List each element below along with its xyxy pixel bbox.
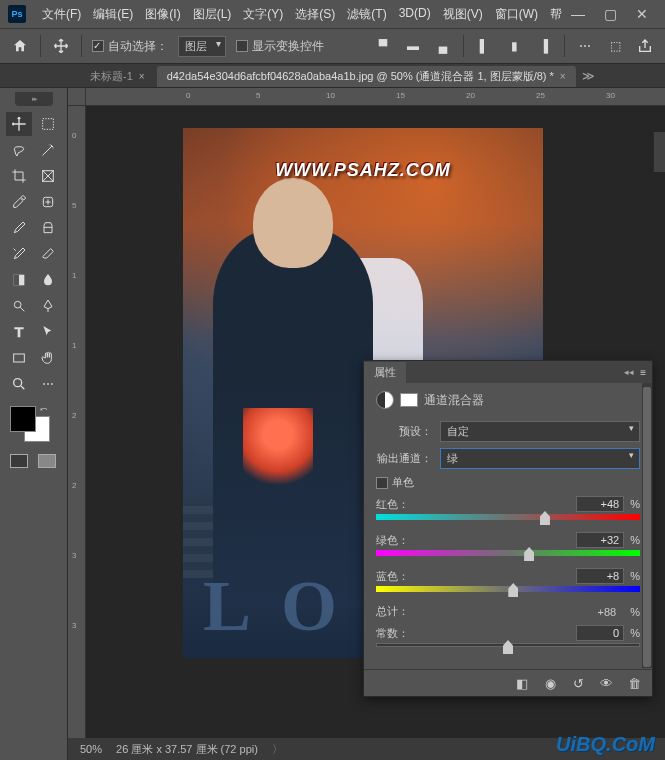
panel-menu-dropdown-icon[interactable]: ≡ bbox=[640, 367, 646, 378]
menu-edit[interactable]: 编辑(E) bbox=[87, 4, 139, 25]
marquee-tool-icon[interactable] bbox=[35, 112, 61, 136]
align-right-icon[interactable]: ▐ bbox=[534, 36, 554, 56]
auto-select-label: 自动选择： bbox=[108, 39, 168, 53]
zoom-tool-icon[interactable] bbox=[6, 372, 32, 396]
rectangle-tool-icon[interactable] bbox=[6, 346, 32, 370]
reset-icon[interactable]: ↺ bbox=[570, 676, 586, 690]
dodge-tool-icon[interactable] bbox=[6, 294, 32, 318]
right-panel-collapse-icon[interactable] bbox=[653, 132, 665, 172]
slider-red-input[interactable]: +48 bbox=[576, 496, 624, 512]
tabs-overflow-icon[interactable]: ≫ bbox=[582, 69, 595, 83]
menu-layer[interactable]: 图层(L) bbox=[187, 4, 238, 25]
magic-wand-tool-icon[interactable] bbox=[35, 138, 61, 162]
tab-active-document[interactable]: d42da54e304d6afcbf04628a0aba4a1b.jpg @ 5… bbox=[157, 66, 576, 87]
move-tool-icon[interactable] bbox=[6, 112, 32, 136]
auto-select-checkbox[interactable]: 自动选择： bbox=[92, 38, 168, 55]
ruler-origin[interactable] bbox=[68, 88, 86, 106]
panel-header[interactable]: 属性 ◂◂ ≡ bbox=[364, 361, 652, 383]
slider-green-track[interactable] bbox=[376, 550, 640, 560]
menu-help[interactable]: 帮 bbox=[544, 4, 568, 25]
slider-green-input[interactable]: +32 bbox=[576, 532, 624, 548]
screenmode-icon[interactable] bbox=[38, 454, 56, 468]
menu-view[interactable]: 视图(V) bbox=[437, 4, 489, 25]
view-previous-icon[interactable]: ◉ bbox=[542, 676, 558, 690]
options-bar: 自动选择： 图层 显示变换控件 ▀ ▬ ▄ ▌ ▮ ▐ ⋯ ⬚ bbox=[0, 28, 665, 64]
zoom-level[interactable]: 50% bbox=[80, 743, 102, 755]
swap-colors-icon[interactable]: ⤺ bbox=[40, 404, 48, 414]
pct-label: % bbox=[630, 606, 640, 618]
slider-green: 绿色： +32 % bbox=[376, 532, 640, 560]
3d-mode-icon[interactable]: ⬚ bbox=[605, 36, 625, 56]
tool-panel-collapse-icon[interactable] bbox=[15, 92, 53, 106]
constant-input[interactable]: 0 bbox=[576, 625, 624, 641]
auto-select-target-dropdown[interactable]: 图层 bbox=[178, 36, 226, 57]
minimize-icon[interactable]: — bbox=[571, 7, 585, 21]
tab-untitled[interactable]: 未标题-1 × bbox=[80, 66, 155, 87]
color-swatches[interactable]: ⤺ bbox=[10, 406, 50, 442]
history-brush-tool-icon[interactable] bbox=[6, 242, 32, 266]
brush-tool-icon[interactable] bbox=[6, 216, 32, 240]
align-vcenter-icon[interactable]: ▬ bbox=[403, 36, 423, 56]
crop-tool-icon[interactable] bbox=[6, 164, 32, 188]
align-hcenter-icon[interactable]: ▮ bbox=[504, 36, 524, 56]
delete-icon[interactable]: 🗑 bbox=[626, 676, 642, 690]
image-watermark-text: WWW.PSAHZ.COM bbox=[183, 160, 543, 181]
type-tool-icon[interactable] bbox=[6, 320, 32, 344]
menu-window[interactable]: 窗口(W) bbox=[489, 4, 544, 25]
pen-tool-icon[interactable] bbox=[35, 294, 61, 318]
close-icon[interactable]: ✕ bbox=[635, 7, 649, 21]
preset-dropdown[interactable]: 自定 bbox=[440, 421, 640, 442]
align-top-icon[interactable]: ▀ bbox=[373, 36, 393, 56]
menu-file[interactable]: 文件(F) bbox=[36, 4, 87, 25]
eyedropper-tool-icon[interactable] bbox=[6, 190, 32, 214]
menu-type[interactable]: 文字(Y) bbox=[237, 4, 289, 25]
tab-close-icon[interactable]: × bbox=[139, 71, 145, 82]
output-channel-dropdown[interactable]: 绿 bbox=[440, 448, 640, 469]
maximize-icon[interactable]: ▢ bbox=[603, 7, 617, 21]
slider-constant-track[interactable] bbox=[376, 643, 640, 653]
lasso-tool-icon[interactable] bbox=[6, 138, 32, 162]
vertical-ruler[interactable]: 0 5 1 1 2 2 3 3 bbox=[68, 106, 86, 760]
document-dimensions[interactable]: 26 厘米 x 37.57 厘米 (72 ppi) bbox=[116, 742, 258, 757]
frame-tool-icon[interactable] bbox=[35, 164, 61, 188]
slider-constant: 常数： 0 % bbox=[376, 625, 640, 653]
menu-filter[interactable]: 滤镜(T) bbox=[341, 4, 392, 25]
tab-close-icon[interactable]: × bbox=[560, 71, 566, 82]
menu-3d[interactable]: 3D(D) bbox=[393, 4, 437, 25]
layer-mask-thumb-icon[interactable] bbox=[400, 393, 418, 407]
quickmask-icon[interactable] bbox=[10, 454, 28, 468]
total-value: +88 bbox=[598, 606, 617, 618]
eraser-tool-icon[interactable] bbox=[35, 242, 61, 266]
edit-toolbar-icon[interactable]: ⋯ bbox=[35, 372, 61, 396]
blur-tool-icon[interactable] bbox=[35, 268, 61, 292]
pct-label: % bbox=[630, 570, 640, 582]
more-options-icon[interactable]: ⋯ bbox=[575, 36, 595, 56]
path-select-tool-icon[interactable] bbox=[35, 320, 61, 344]
slider-blue-track[interactable] bbox=[376, 586, 640, 596]
monochrome-checkbox[interactable]: 单色 bbox=[376, 475, 414, 490]
foreground-color-swatch[interactable] bbox=[10, 406, 36, 432]
panel-menu-icon[interactable]: ◂◂ bbox=[624, 367, 634, 377]
healing-brush-tool-icon[interactable] bbox=[35, 190, 61, 214]
share-icon[interactable] bbox=[635, 36, 655, 56]
menu-image[interactable]: 图像(I) bbox=[139, 4, 186, 25]
slider-red-track[interactable] bbox=[376, 514, 640, 524]
horizontal-ruler[interactable]: 0 5 10 15 20 25 30 bbox=[86, 88, 665, 106]
home-icon[interactable] bbox=[10, 36, 30, 56]
gradient-tool-icon[interactable] bbox=[6, 268, 32, 292]
panel-scrollbar[interactable] bbox=[642, 383, 652, 668]
canvas-area[interactable]: 0 5 10 15 20 25 30 0 5 1 1 2 2 3 3 WWW.P… bbox=[68, 88, 665, 760]
show-transform-checkbox[interactable]: 显示变换控件 bbox=[236, 38, 324, 55]
align-left-icon[interactable]: ▌ bbox=[474, 36, 494, 56]
align-bottom-icon[interactable]: ▄ bbox=[433, 36, 453, 56]
move-tool-indicator-icon[interactable] bbox=[51, 36, 71, 56]
clone-stamp-tool-icon[interactable] bbox=[35, 216, 61, 240]
hand-tool-icon[interactable] bbox=[35, 346, 61, 370]
toggle-visibility-icon[interactable]: 👁 bbox=[598, 676, 614, 690]
clip-to-layer-icon[interactable]: ◧ bbox=[514, 676, 530, 690]
slider-blue-input[interactable]: +8 bbox=[576, 568, 624, 584]
main-menu: 文件(F) 编辑(E) 图像(I) 图层(L) 文字(Y) 选择(S) 滤镜(T… bbox=[36, 4, 571, 25]
panel-tab-properties[interactable]: 属性 bbox=[364, 362, 406, 383]
svg-rect-6 bbox=[14, 354, 25, 362]
menu-select[interactable]: 选择(S) bbox=[289, 4, 341, 25]
